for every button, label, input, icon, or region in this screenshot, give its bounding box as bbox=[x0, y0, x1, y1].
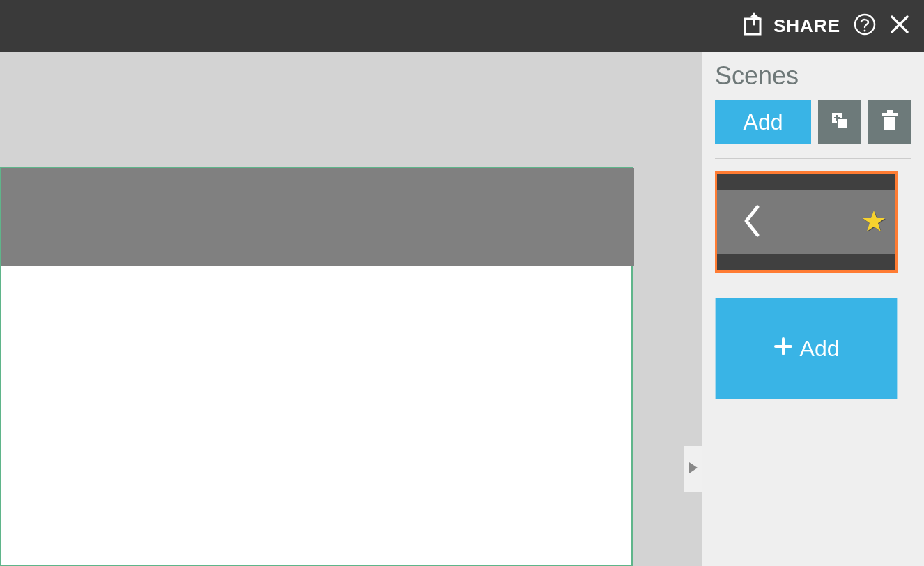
svg-rect-12 bbox=[887, 110, 893, 113]
help-icon bbox=[853, 13, 877, 39]
add-button-label: Add bbox=[744, 109, 783, 135]
scenes-panel-title: Scenes bbox=[715, 61, 911, 91]
svg-rect-10 bbox=[884, 117, 895, 130]
plus-icon bbox=[773, 336, 793, 362]
canvas-area bbox=[0, 52, 702, 566]
share-icon bbox=[741, 12, 767, 40]
add-scene-button[interactable]: Add bbox=[715, 298, 898, 399]
chevron-left-icon bbox=[742, 204, 763, 240]
svg-rect-0 bbox=[745, 19, 760, 34]
panel-expand-handle[interactable] bbox=[684, 446, 702, 492]
trash-icon bbox=[879, 109, 900, 135]
star-icon bbox=[862, 209, 886, 236]
svg-marker-5 bbox=[689, 462, 698, 473]
canvas-frame-header bbox=[1, 168, 634, 266]
delete-button[interactable] bbox=[868, 100, 911, 144]
duplicate-icon bbox=[828, 109, 852, 135]
scene-thumbnail-selected[interactable] bbox=[715, 171, 898, 273]
scenes-panel: Scenes Add bbox=[702, 52, 924, 566]
svg-rect-7 bbox=[838, 118, 847, 128]
close-button[interactable] bbox=[889, 14, 910, 38]
svg-point-2 bbox=[864, 30, 866, 32]
help-button[interactable] bbox=[853, 13, 877, 39]
canvas-frame[interactable] bbox=[0, 167, 633, 566]
close-icon bbox=[889, 14, 910, 38]
duplicate-button[interactable] bbox=[818, 100, 861, 144]
svg-rect-11 bbox=[882, 113, 898, 116]
scenes-toolbar: Add bbox=[715, 100, 911, 159]
add-scene-label: Add bbox=[800, 336, 840, 362]
add-button[interactable]: Add bbox=[715, 100, 811, 144]
svg-marker-13 bbox=[863, 211, 885, 231]
share-label: SHARE bbox=[773, 15, 840, 37]
topbar: SHARE bbox=[0, 0, 924, 52]
play-icon bbox=[688, 461, 699, 477]
share-button[interactable]: SHARE bbox=[741, 12, 840, 40]
